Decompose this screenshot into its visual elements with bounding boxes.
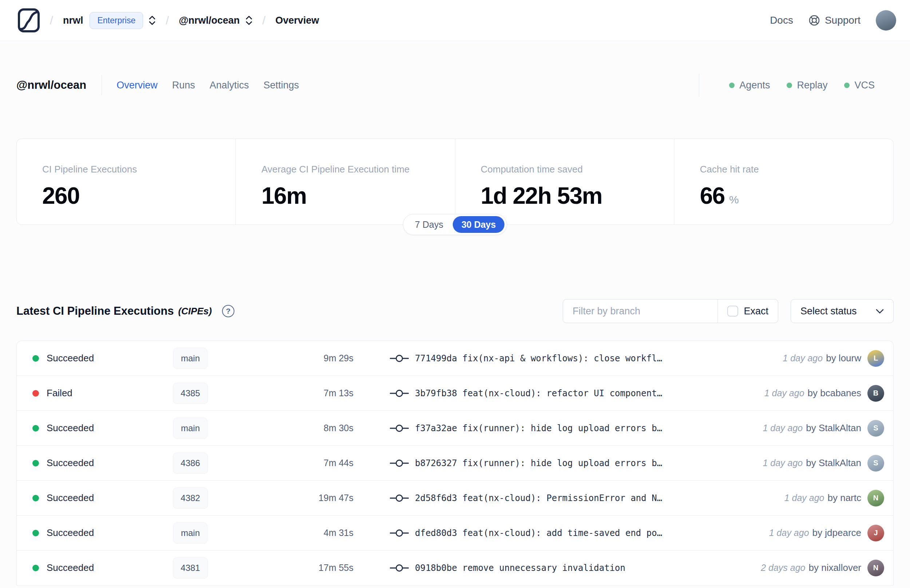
support-label: Support — [825, 15, 860, 26]
stat-value: 66 % — [700, 182, 893, 209]
time-ago: 1 day ago — [782, 353, 823, 363]
workspace-tabs: Overview Runs Analytics Settings — [116, 80, 299, 91]
time-ago: 1 day ago — [765, 388, 805, 399]
branch-badge: main — [173, 348, 207, 369]
branch-badge: 4386 — [173, 452, 207, 474]
commit-link[interactable]: b8726327 fix(runner): hide log upload er… — [354, 458, 763, 468]
chevron-down-icon — [876, 309, 884, 313]
commit-text: f37a32ae fix(runner): hide log upload er… — [415, 423, 662, 433]
cipe-title-suffix: (CIPEs) — [178, 305, 212, 317]
author-avatar: N — [867, 490, 884, 507]
select-status-dropdown[interactable]: Select status — [790, 299, 894, 323]
stat-value: 1d 22h 53m — [481, 182, 674, 209]
table-row[interactable]: Succeeded 4381 17m 55s 0918b0be remove u… — [17, 551, 893, 585]
docs-link[interactable]: Docs — [770, 15, 793, 26]
exact-toggle[interactable]: Exact — [718, 305, 778, 317]
git-commit-icon — [390, 424, 409, 433]
tab-overview[interactable]: Overview — [116, 80, 158, 91]
status-label: Succeeded — [39, 527, 161, 538]
git-commit-icon — [390, 529, 409, 538]
row-meta: 1 day ago by nartc N — [784, 490, 884, 507]
stats-cards: CI Pipeline Executions 260 Average CI Pi… — [16, 139, 894, 225]
service-replay[interactable]: Replay — [787, 80, 828, 91]
commit-link[interactable]: 0918b0be remove unnecessary invalidation — [354, 563, 761, 573]
commit-link[interactable]: dfed80d3 feat(nx-cloud): add time-saved … — [354, 528, 769, 538]
branch-filter-input[interactable] — [563, 305, 718, 317]
status-dot-icon — [729, 82, 735, 88]
author-avatar: B — [867, 385, 884, 402]
author-avatar: L — [867, 350, 884, 367]
author-label: by StalkAltan — [806, 457, 861, 468]
cipe-title: Latest CI Pipeline Executions — [16, 305, 174, 318]
branch-badge: 4381 — [173, 557, 207, 578]
table-row[interactable]: Failed 4385 7m 13s 3b79fb38 feat(nx-clou… — [17, 376, 893, 411]
table-row[interactable]: Succeeded main 4m 31s dfed80d3 feat(nx-c… — [17, 515, 893, 551]
tab-analytics[interactable]: Analytics — [210, 80, 249, 91]
status-label: Succeeded — [39, 562, 161, 573]
range-30-days[interactable]: 30 Days — [453, 216, 505, 233]
user-avatar[interactable] — [876, 10, 896, 31]
commit-text: 0918b0be remove unnecessary invalidation — [415, 563, 626, 573]
status-dot-icon — [32, 495, 39, 501]
divider — [102, 75, 102, 95]
commit-text: 771499da fix(nx-api & workflows): close … — [415, 353, 662, 363]
table-row[interactable]: Succeeded 4382 19m 47s 2d58f6d3 feat(nx-… — [17, 481, 893, 515]
status-dot-icon — [32, 460, 39, 467]
status-label: Failed — [39, 388, 161, 399]
org-switcher-icon[interactable] — [149, 15, 156, 26]
git-commit-icon — [390, 564, 409, 572]
workspace-switcher-icon[interactable] — [245, 15, 253, 26]
author-label: by nixallover — [808, 562, 861, 573]
author-label: by StalkAltan — [806, 422, 861, 434]
cipe-section-header: Latest CI Pipeline Executions (CIPEs) ? … — [16, 299, 894, 323]
stat-ci-pipeline-executions: CI Pipeline Executions 260 — [17, 139, 236, 225]
row-meta: 1 day ago by bcabanes B — [765, 385, 884, 402]
nx-cloud-logo-icon[interactable] — [18, 8, 40, 33]
status-label: Succeeded — [39, 352, 161, 364]
divider — [699, 73, 699, 97]
breadcrumb-separator: / — [166, 14, 169, 27]
row-meta: 1 day ago by lourw L — [782, 350, 884, 367]
tab-runs[interactable]: Runs — [172, 80, 195, 91]
table-row[interactable]: Succeeded 4386 7m 44s b8726327 fix(runne… — [17, 446, 893, 481]
author-avatar: S — [867, 420, 884, 437]
status-dot-icon — [32, 390, 39, 397]
branch-badge: 4382 — [173, 488, 207, 509]
status-label: Succeeded — [39, 492, 161, 504]
git-commit-icon — [390, 389, 409, 398]
stat-value: 16m — [261, 182, 455, 209]
support-link[interactable]: Support — [808, 15, 860, 26]
duration-label: 19m 47s — [220, 493, 354, 503]
breadcrumb-page: Overview — [275, 15, 319, 26]
status-dot-icon — [32, 565, 39, 571]
time-ago: 1 day ago — [763, 423, 803, 433]
range-7-days[interactable]: 7 Days — [406, 220, 453, 230]
table-row[interactable]: Succeeded main 8m 30s f37a32ae fix(runne… — [17, 411, 893, 446]
commit-link[interactable]: 3b79fb38 feat(nx-cloud): refactor UI com… — [354, 388, 765, 399]
duration-label: 9m 29s — [220, 353, 354, 363]
service-status-list: Agents Replay VCS — [729, 80, 894, 91]
tab-settings[interactable]: Settings — [263, 80, 299, 91]
status-dot-icon — [844, 82, 850, 88]
page-title: @nrwl/ocean — [16, 79, 86, 92]
service-agents[interactable]: Agents — [729, 80, 770, 91]
status-label: Succeeded — [39, 422, 161, 434]
author-avatar: N — [867, 560, 884, 577]
time-ago: 1 day ago — [784, 493, 824, 503]
git-commit-icon — [390, 494, 409, 502]
cipe-table: Succeeded main 9m 29s 771499da fix(nx-ap… — [16, 341, 894, 585]
help-icon[interactable]: ? — [222, 305, 234, 317]
workspace-name: @nrwl/ocean — [179, 15, 239, 26]
breadcrumb-org[interactable]: nrwl Enterprise — [63, 12, 156, 29]
service-vcs[interactable]: VCS — [844, 80, 875, 91]
commit-link[interactable]: f37a32ae fix(runner): hide log upload er… — [354, 423, 763, 433]
exact-checkbox[interactable] — [727, 305, 738, 317]
breadcrumb-workspace[interactable]: @nrwl/ocean — [179, 15, 252, 26]
table-row[interactable]: Succeeded main 9m 29s 771499da fix(nx-ap… — [17, 341, 893, 376]
commit-link[interactable]: 771499da fix(nx-api & workflows): close … — [354, 353, 782, 363]
branch-badge: main — [173, 522, 207, 544]
commit-link[interactable]: 2d58f6d3 feat(nx-cloud): PermissionError… — [354, 493, 784, 503]
exact-label: Exact — [744, 305, 768, 317]
cipe-filters: Exact Select status — [563, 299, 894, 323]
row-meta: 1 day ago by StalkAltan S — [763, 455, 884, 472]
